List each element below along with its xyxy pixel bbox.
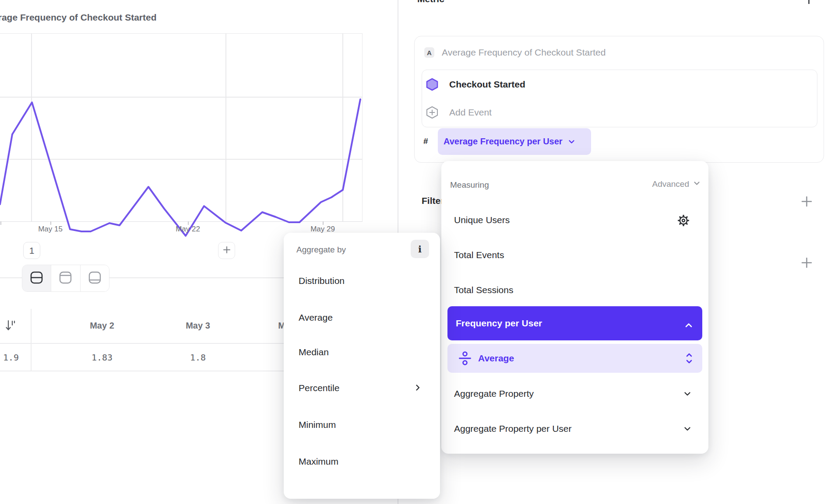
aggregate-by-menu: Aggregate by i Distribution Average Medi…	[284, 233, 440, 499]
table-bottom-view-icon	[88, 270, 102, 287]
menu-item-median[interactable]: Median	[299, 347, 329, 357]
add-chart-button[interactable]	[218, 242, 235, 259]
advanced-toggle[interactable]: Advanced	[652, 179, 701, 189]
menu-item-maximum[interactable]: Maximum	[299, 456, 338, 467]
x-axis-label: May 29	[296, 225, 349, 234]
view-toggle-group	[22, 265, 109, 292]
menu-item-frequency-per-user[interactable]: Frequency per User	[447, 306, 702, 340]
menu-item-total-events[interactable]: Total Events	[454, 250, 504, 260]
add-breakdown-button[interactable]	[801, 257, 813, 269]
menu-item-percentile[interactable]: Percentile	[299, 383, 339, 393]
selected-item-label: Frequency per User	[456, 318, 542, 329]
add-filter-button[interactable]	[801, 196, 813, 207]
chart-line-svg	[0, 34, 362, 221]
menu-item-aggregate-property[interactable]: Aggregate Property	[454, 388, 534, 399]
table-header-cell[interactable]: May 3	[167, 321, 229, 331]
measuring-menu: Measuring Advanced Unique Users	[441, 161, 708, 454]
menu-item-average-aggregation[interactable]: Average	[447, 344, 702, 373]
view-toggle-chart-only[interactable]	[51, 265, 80, 291]
ratio-icon	[458, 351, 472, 366]
event-name[interactable]: Checkout Started	[449, 78, 525, 91]
table-cell: 1.8	[167, 352, 229, 363]
x-axis-tick	[0, 221, 1, 225]
series-line	[0, 99, 360, 236]
menu-item-minimum[interactable]: Minimum	[299, 420, 336, 430]
metric-name-input[interactable]: Average Frequency of Checkout Started	[442, 47, 606, 58]
chevron-down-icon	[683, 424, 692, 435]
menu-item-unique-users[interactable]: Unique Users	[454, 215, 510, 225]
aggregate-by-header: Aggregate by	[296, 245, 346, 255]
table-header-cell[interactable]: May 2	[71, 321, 133, 331]
table-cell: 1.9	[0, 352, 19, 363]
table-column-divider	[31, 309, 32, 371]
add-metric-icon[interactable]	[808, 0, 810, 4]
view-toggle-split[interactable]	[22, 265, 51, 291]
add-event-button[interactable]: Add Event	[449, 106, 492, 119]
view-toggle-table-only[interactable]	[81, 265, 109, 291]
menu-item-aggregate-property-per-user[interactable]: Aggregate Property per User	[454, 424, 571, 434]
line-chart	[0, 33, 363, 222]
sort-column-button[interactable]	[5, 318, 17, 334]
chevron-up-icon	[685, 320, 693, 330]
up-down-chevrons-icon	[686, 351, 693, 367]
event-hexagon-icon	[426, 78, 439, 91]
chevron-right-icon	[413, 383, 422, 394]
aggregation-label: Average	[478, 353, 514, 364]
chevron-down-icon	[693, 179, 701, 189]
menu-item-total-sessions[interactable]: Total Sessions	[454, 285, 513, 295]
add-event-icon	[426, 106, 439, 119]
table-cell: 1.83	[71, 352, 133, 363]
plus-icon	[223, 246, 231, 256]
x-axis-tick	[50, 221, 51, 225]
gear-icon[interactable]	[676, 214, 690, 229]
split-view-icon	[29, 270, 44, 287]
sort-icon	[5, 326, 17, 334]
chevron-down-icon	[683, 389, 692, 400]
x-axis-tick	[323, 221, 324, 225]
info-icon[interactable]: i	[411, 240, 429, 258]
measuring-header: Measuring	[450, 180, 489, 190]
x-axis-tick	[188, 221, 189, 225]
numeric-metric-symbol: #	[423, 136, 428, 147]
metric-letter-badge: A	[424, 47, 434, 58]
x-axis-label: May 22	[162, 225, 214, 234]
metric-card: A Average Frequency of Checkout Started …	[414, 36, 824, 163]
menu-item-distribution[interactable]: Distribution	[299, 276, 345, 286]
insights-report: Average Frequency of Checkout Started Ma…	[0, 0, 831, 504]
x-axis-label: May 15	[24, 225, 77, 234]
segment-count-box[interactable]: 1	[23, 242, 40, 259]
segment-count-value: 1	[29, 245, 35, 256]
chevron-down-icon	[568, 138, 575, 145]
metric-section-title: Metric	[417, 0, 444, 4]
measurement-dropdown[interactable]: Average Frequency per User	[438, 128, 591, 155]
menu-item-average[interactable]: Average	[299, 312, 333, 323]
chart-title: Average Frequency of Checkout Started	[0, 12, 315, 24]
advanced-label: Advanced	[652, 179, 689, 189]
event-card: Checkout Started Add Event	[422, 70, 817, 127]
table-top-view-icon	[58, 270, 73, 287]
measurement-label: Average Frequency per User	[444, 136, 563, 147]
